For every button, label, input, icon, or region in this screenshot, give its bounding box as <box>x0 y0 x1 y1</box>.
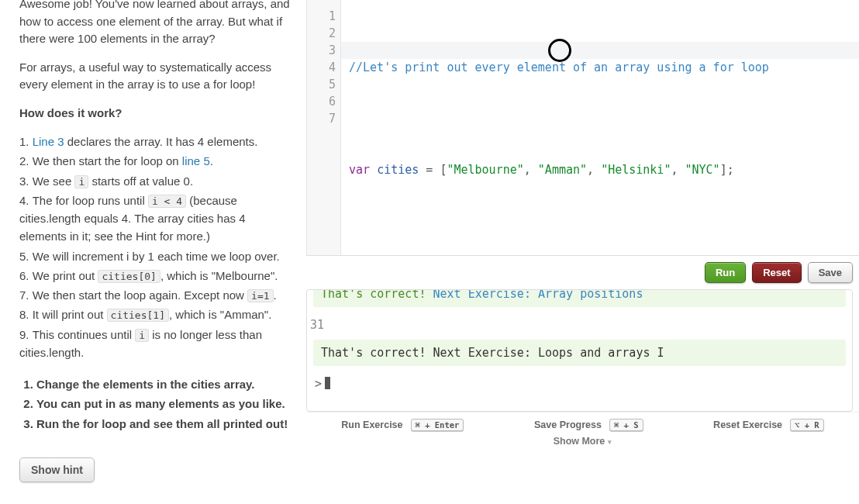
task-2: You can put in as many elements as you l… <box>36 395 292 413</box>
task-1: Change the elements in the cities array. <box>36 375 292 393</box>
editor-body[interactable]: //Let's print out every element of an ar… <box>341 0 859 255</box>
next-exercise-link-1[interactable]: Next Exercise: Array positions <box>433 290 643 301</box>
console-prompt[interactable]: > <box>307 372 852 395</box>
code-i: i <box>74 175 88 188</box>
intro-paragraph-1: Awesome job! You've now learned about ar… <box>19 0 292 48</box>
reset-button[interactable]: Reset <box>752 262 801 283</box>
console-cursor <box>325 377 330 389</box>
task-3: Run the for loop and see them all printe… <box>36 415 292 433</box>
editor-button-bar: Run Reset Save <box>306 256 859 289</box>
shortcut-reset: Reset Exercise⌥ + R <box>713 419 824 431</box>
code-editor[interactable]: 1 2 3 4 5 6 7 //Let's print out every el… <box>306 0 859 256</box>
step-5: We will increment i by 1 each time we lo… <box>19 247 292 265</box>
show-hint-button[interactable]: Show hint <box>19 457 95 482</box>
code-i-lt-4: i < 4 <box>148 195 186 208</box>
step-9: This continues until i is no longer less… <box>19 326 292 362</box>
gutter-line: 5 <box>307 76 336 93</box>
save-button[interactable]: Save <box>808 262 853 283</box>
shortcuts-bar: Run Exercise⌘ + Enter Save Progress⌘ + S… <box>306 412 859 433</box>
gutter-line: 3 <box>307 42 336 59</box>
step-1: Line 3 declares the array. It has 4 elem… <box>19 133 292 150</box>
step-4: The for loop runs until i < 4 (because c… <box>19 192 292 246</box>
gutter-line: 1 <box>307 8 336 25</box>
gutter-line: 6 <box>307 93 336 110</box>
console-line-number: 31 <box>307 313 852 337</box>
kbd-save: ⌘ + S <box>609 419 643 431</box>
intro-paragraph-2: For arrays, a useful way to systematical… <box>19 59 292 94</box>
steps-list: Line 3 declares the array. It has 4 elem… <box>19 133 292 361</box>
shortcut-run: Run Exercise⌘ + Enter <box>341 419 464 431</box>
active-line-highlight <box>341 42 859 59</box>
instructions-panel: Awesome job! You've now learned about ar… <box>0 0 306 504</box>
code-i-eq-1: i=1 <box>247 289 273 302</box>
line3-link[interactable]: Line 3 <box>33 135 64 148</box>
output-console[interactable]: That's correct! Next Exercise: Array pos… <box>306 289 853 412</box>
gutter-line: 4 <box>307 59 336 76</box>
step-7: We then start the loop again. Except now… <box>19 286 292 304</box>
right-panel: 1 2 3 4 5 6 7 //Let's print out every el… <box>306 0 859 504</box>
kbd-reset: ⌥ + R <box>790 419 824 431</box>
console-body: That's correct! Next Exercise: Array pos… <box>307 290 852 411</box>
code-i-2: i <box>135 329 149 342</box>
console-success: That's correct! Next Exercise: Loops and… <box>313 340 846 366</box>
step-6: We print out cities[0], which is "Melbou… <box>19 267 292 285</box>
show-more-button[interactable]: Show More▾ <box>306 433 859 453</box>
console-success-prev: That's correct! Next Exercise: Array pos… <box>313 290 846 307</box>
line5-link[interactable]: line 5 <box>182 154 210 167</box>
chevron-down-icon: ▾ <box>608 438 612 446</box>
gutter-line: 2 <box>307 25 336 42</box>
gutter-line: 7 <box>307 110 336 127</box>
step-8: It will print out cities[1], which is "A… <box>19 306 292 323</box>
step-2: We then start the for loop on line 5. <box>19 152 292 170</box>
kbd-run: ⌘ + Enter <box>411 419 464 431</box>
how-heading: How does it work? <box>19 105 292 123</box>
code-comment: //Let's print out every element of an ar… <box>349 60 769 74</box>
app-root: Awesome job! You've now learned about ar… <box>0 0 859 504</box>
step-3: We see i starts off at value 0. <box>19 172 292 190</box>
shortcut-save: Save Progress⌘ + S <box>534 419 643 431</box>
tasks-list: Change the elements in the cities array.… <box>19 375 292 433</box>
code-cities0: cities[0] <box>98 270 160 283</box>
next-exercise-link-2[interactable]: Next Exercise: Loops and arrays I <box>433 346 664 360</box>
code-cities1: cities[1] <box>107 309 169 322</box>
run-button[interactable]: Run <box>705 262 746 283</box>
editor-gutter: 1 2 3 4 5 6 7 <box>307 0 341 255</box>
